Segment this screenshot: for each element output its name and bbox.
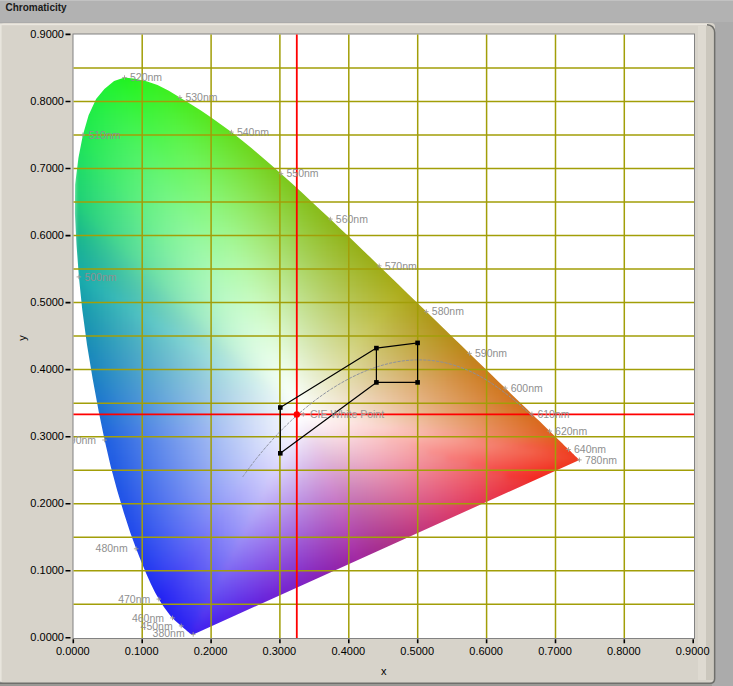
svg-text:550nm: 550nm: [287, 167, 319, 179]
svg-text:0.8000: 0.8000: [607, 645, 641, 657]
svg-text:520nm: 520nm: [130, 71, 162, 83]
svg-text:580nm: 580nm: [432, 305, 464, 317]
svg-text:480nm: 480nm: [96, 542, 128, 554]
svg-text:0.6000: 0.6000: [30, 229, 64, 241]
svg-text:610nm: 610nm: [537, 408, 569, 420]
svg-text:470nm: 470nm: [118, 593, 150, 605]
svg-text:570nm: 570nm: [385, 260, 417, 272]
svg-text:0.9000: 0.9000: [30, 28, 64, 40]
svg-text:590nm: 590nm: [475, 347, 507, 359]
svg-text:500nm: 500nm: [84, 271, 116, 283]
svg-text:0.7000: 0.7000: [538, 645, 572, 657]
svg-text:780nm: 780nm: [585, 454, 617, 466]
svg-text:560nm: 560nm: [336, 213, 368, 225]
svg-text:x: x: [381, 665, 387, 677]
svg-text:0.8000: 0.8000: [30, 95, 64, 107]
svg-text:0.1000: 0.1000: [125, 645, 159, 657]
svg-text:530nm: 530nm: [185, 91, 217, 103]
svg-text:510nm: 510nm: [88, 129, 120, 141]
svg-text:Chromaticity: Chromaticity: [6, 2, 68, 13]
svg-text:0.3000: 0.3000: [30, 430, 64, 442]
svg-text:600nm: 600nm: [511, 382, 543, 394]
svg-text:0.9000: 0.9000: [676, 645, 710, 657]
svg-text:0.5000: 0.5000: [400, 645, 434, 657]
svg-text:0.0000: 0.0000: [56, 645, 90, 657]
svg-text:0.1000: 0.1000: [30, 564, 64, 576]
svg-text:620nm: 620nm: [555, 425, 587, 437]
svg-text:0.4000: 0.4000: [30, 363, 64, 375]
svg-text:0.6000: 0.6000: [469, 645, 503, 657]
svg-text:0.3000: 0.3000: [263, 645, 297, 657]
svg-text:380nm: 380nm: [153, 627, 185, 639]
svg-text:y: y: [16, 335, 28, 341]
svg-text:0.0000: 0.0000: [30, 631, 64, 643]
svg-text:0.2000: 0.2000: [194, 645, 228, 657]
svg-text:0.4000: 0.4000: [331, 645, 365, 657]
svg-text:0.7000: 0.7000: [30, 162, 64, 174]
svg-text:0.5000: 0.5000: [30, 296, 64, 308]
svg-text:0.2000: 0.2000: [30, 497, 64, 509]
svg-text:CIE White Point: CIE White Point: [310, 408, 384, 420]
svg-text:540nm: 540nm: [237, 126, 269, 138]
